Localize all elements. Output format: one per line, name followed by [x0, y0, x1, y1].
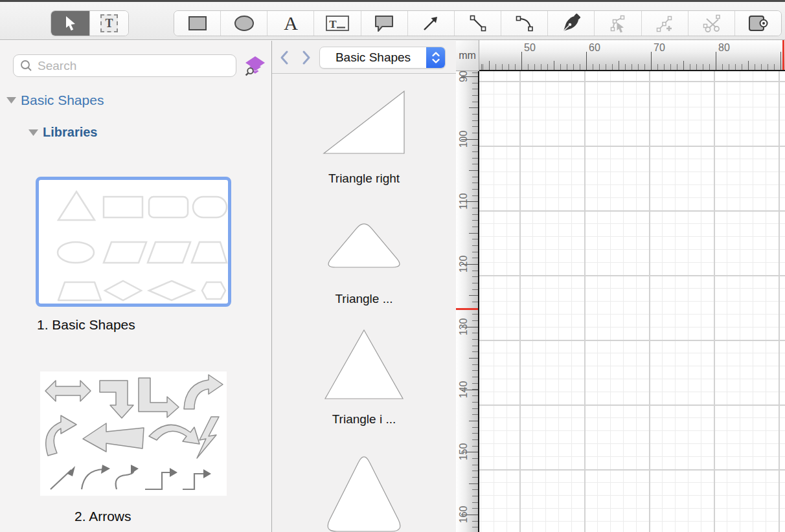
- unit-text: mm: [459, 50, 476, 61]
- line-icon: [469, 14, 487, 32]
- node-cut-tool-button[interactable]: [688, 11, 734, 36]
- ruler-number: 120: [454, 254, 473, 274]
- library-item-arrows[interactable]: [40, 371, 227, 496]
- shape-item-rounded-triangle-wide[interactable]: [272, 218, 456, 271]
- app-window: T AT Basic Shapes: [0, 0, 785, 532]
- node-add-tool-button[interactable]: [641, 11, 688, 36]
- svg-text:T: T: [329, 18, 337, 30]
- chevron-left-icon: [279, 50, 290, 65]
- ruler-number: 110: [454, 192, 473, 211]
- text-selection-tool-button[interactable]: T: [89, 11, 128, 36]
- cursor-icon: [63, 15, 78, 32]
- ruler-number: 140: [454, 380, 473, 399]
- node-add-icon: [655, 14, 674, 33]
- shape-item-rounded-triangle-tall[interactable]: [272, 449, 456, 532]
- shape-item-label: Triangle i ...: [272, 412, 456, 427]
- callout-icon: [374, 14, 394, 32]
- svg-text:A: A: [284, 13, 298, 34]
- triangle-shape: [323, 328, 405, 401]
- stencil-sidebar: Basic Shapes Libraries: [0, 41, 271, 532]
- arrow-icon: [422, 14, 440, 32]
- cursor-position-marker: [456, 308, 478, 310]
- shape-panel-header: Basic Shapes: [272, 41, 456, 74]
- dropdown-chevrons-icon: [426, 47, 445, 68]
- ruler-ticks: [479, 52, 785, 70]
- ruler-number: 80: [718, 42, 730, 54]
- vertical-ruler: 90100110120130140150160: [456, 71, 479, 532]
- connection-icon: [747, 14, 769, 33]
- shape-item-right-triangle[interactable]: [272, 90, 456, 157]
- curve-icon: [515, 14, 534, 32]
- ruler-number: 60: [589, 42, 600, 54]
- pen-tool-button[interactable]: [547, 11, 594, 36]
- ellipse-icon: [233, 14, 255, 32]
- canvas[interactable]: [479, 71, 785, 532]
- cursor-position-marker: [782, 40, 784, 70]
- text-select-icon: T: [100, 14, 118, 32]
- library-item-label: 2. Arrows: [74, 509, 131, 524]
- rectangle-tool-button[interactable]: [174, 11, 220, 36]
- node-select-tool-button[interactable]: [594, 11, 641, 36]
- ruler-number: 70: [654, 42, 665, 54]
- search-input[interactable]: [38, 59, 229, 73]
- curve-tool-button[interactable]: [501, 11, 547, 36]
- shape-item-label: Triangle ...: [272, 292, 456, 306]
- rounded-triangle-wide-shape: [323, 218, 405, 269]
- forward-button[interactable]: [299, 49, 313, 66]
- selection-tool-group: T: [51, 10, 129, 36]
- tree-item-libraries[interactable]: Libraries: [28, 125, 97, 140]
- search-box[interactable]: [13, 54, 236, 77]
- horizontal-ruler: 50607080: [479, 40, 785, 71]
- disclosure-triangle-icon[interactable]: [28, 129, 38, 136]
- shape-item-triangle[interactable]: [272, 328, 456, 403]
- callout-tool-button[interactable]: [361, 11, 407, 36]
- ruler-number: 100: [454, 129, 473, 149]
- disclosure-triangle-icon[interactable]: [6, 97, 16, 104]
- ruler-number: 150: [454, 442, 473, 461]
- collection-dropdown[interactable]: Basic Shapes: [319, 47, 446, 69]
- rounded-triangle-tall-shape: [323, 449, 405, 532]
- search-icon: [20, 60, 32, 72]
- text-box-tool-button[interactable]: T: [313, 11, 360, 36]
- arrows-preview: [40, 371, 227, 496]
- pen-icon: [562, 14, 581, 33]
- back-button[interactable]: [277, 49, 291, 66]
- chevron-right-icon: [301, 50, 312, 65]
- connection-tool-button[interactable]: [734, 11, 781, 36]
- ruler-number: 130: [454, 317, 473, 337]
- text-tool-button[interactable]: A: [267, 11, 313, 36]
- right-triangle-shape: [323, 90, 405, 155]
- rectangle-icon: [187, 15, 208, 32]
- text-icon: A: [281, 13, 301, 34]
- line-tool-button[interactable]: [454, 11, 501, 36]
- shape-tool-group: AT: [174, 10, 782, 36]
- ruler-number: 50: [524, 42, 536, 54]
- node-cut-icon: [701, 14, 722, 33]
- text-box-icon: T: [325, 15, 350, 32]
- tree-item-basic-shapes[interactable]: Basic Shapes: [6, 93, 104, 108]
- ruler-number: 90: [454, 67, 473, 86]
- node-select-icon: [608, 14, 628, 33]
- shape-panel: Basic Shapes Triangle rightTriangle ...T…: [271, 41, 457, 532]
- stencil-search-icon[interactable]: [244, 55, 266, 77]
- select-tool-button[interactable]: [51, 11, 89, 36]
- shape-item-label: Triangle right: [272, 172, 456, 186]
- collection-dropdown-value: Basic Shapes: [320, 50, 426, 65]
- toolbar: T AT: [0, 2, 785, 40]
- library-item-label: 1. Basic Shapes: [37, 317, 135, 333]
- basic-shapes-preview: [39, 180, 228, 304]
- ruler-number: 160: [454, 505, 473, 524]
- tree-item-label: Libraries: [43, 125, 97, 140]
- arrow-tool-button[interactable]: [407, 11, 454, 36]
- library-item-basic-shapes[interactable]: [36, 177, 231, 307]
- ellipse-tool-button[interactable]: [220, 11, 267, 36]
- tree-item-label: Basic Shapes: [21, 93, 104, 108]
